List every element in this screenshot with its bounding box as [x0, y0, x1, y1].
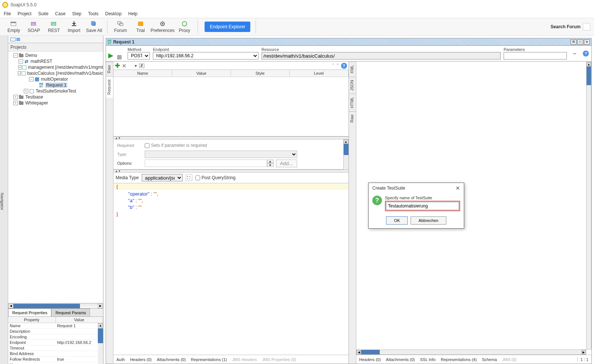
- request-body-editor[interactable]: { "operator" : "", "a" : "", "b" : "" }: [113, 183, 349, 355]
- window-titlebar[interactable]: REST Request 1 ⧉ □ ✕: [106, 38, 591, 46]
- tab-schema[interactable]: Schema: [482, 357, 497, 362]
- property-row[interactable]: Follow Redirectstrue: [8, 357, 103, 362]
- type-select[interactable]: [145, 151, 297, 158]
- down-icon[interactable]: ˄: [337, 63, 339, 68]
- navigator-tab[interactable]: Navigator: [0, 36, 8, 364]
- scroll-thumb[interactable]: [13, 304, 80, 308]
- resp-h-scrollbar[interactable]: ◀▶: [356, 349, 587, 355]
- post-querystring-checkbox[interactable]: [195, 175, 200, 180]
- tab-representations[interactable]: Representations (1): [191, 357, 227, 362]
- menu-suite[interactable]: Suite: [38, 11, 48, 16]
- menu-tools[interactable]: Tools: [88, 11, 99, 16]
- cancel-button[interactable]: Abbrechen: [411, 216, 446, 225]
- tab-ssl[interactable]: SSL Info: [420, 357, 436, 362]
- tool-preferences[interactable]: Preferences: [151, 19, 174, 34]
- help-icon[interactable]: ?: [341, 63, 347, 69]
- close-icon[interactable]: ✕: [456, 185, 460, 191]
- up-icon[interactable]: ˅: [332, 63, 334, 68]
- menu-project[interactable]: Project: [17, 11, 31, 16]
- prop-value[interactable]: [56, 334, 103, 339]
- expander-icon[interactable]: −: [18, 71, 21, 75]
- remove-param-icon[interactable]: ✕: [122, 63, 126, 69]
- scroll-right-icon[interactable]: ▶: [98, 304, 103, 308]
- expander-icon[interactable]: +: [18, 65, 22, 70]
- vtab-xml[interactable]: XML: [349, 62, 356, 77]
- property-row[interactable]: Description: [8, 329, 103, 334]
- endpoint-select[interactable]: http://192.168.56.2: [153, 52, 259, 59]
- required-checkbox[interactable]: [145, 143, 150, 148]
- help-button[interactable]: ?: [582, 50, 589, 57]
- property-row[interactable]: Bind Address: [8, 351, 103, 357]
- endpoint-explorer-button[interactable]: Endpoint Explorer: [205, 22, 250, 32]
- vtab-raw[interactable]: Raw: [349, 111, 356, 126]
- tree-node-whitepaper[interactable]: +Whitepaper: [8, 100, 103, 106]
- tree-node-mathrest[interactable]: −⇄mathREST: [8, 58, 103, 64]
- tool-proxy[interactable]: Proxy: [174, 19, 195, 34]
- prop-value[interactable]: true: [56, 357, 103, 362]
- expand-icon[interactable]: ↔: [571, 50, 578, 57]
- expander-icon[interactable]: −: [29, 77, 33, 81]
- vtab-json[interactable]: JSON: [349, 77, 356, 94]
- tree-node-multiop[interactable]: −multiOperator: [8, 76, 103, 82]
- tree-node-testbase[interactable]: +Testbase: [8, 94, 103, 100]
- prop-value[interactable]: http://192.168.56.2: [56, 340, 103, 345]
- collapse-bar[interactable]: ▲▼: [113, 170, 349, 173]
- menu-file[interactable]: File: [4, 11, 11, 16]
- tool-soap[interactable]: SOSOAP: [24, 19, 44, 34]
- tool-empty[interactable]: Empty: [4, 19, 24, 34]
- vtab-raw[interactable]: Raw: [106, 62, 113, 76]
- tab-request-properties[interactable]: Request Properties: [8, 309, 51, 316]
- add-param-icon[interactable]: ✚: [115, 62, 120, 69]
- add-option-button[interactable]: Add...: [276, 160, 297, 167]
- tree-h-scrollbar[interactable]: ◀ ▶: [8, 303, 103, 308]
- tree-node-testsuite-smoke[interactable]: +TestSuiteSmokeTest: [8, 88, 103, 94]
- config-icon[interactable]: ▾: [135, 63, 137, 68]
- expander-icon[interactable]: −: [19, 59, 23, 64]
- expander-icon[interactable]: +: [13, 95, 18, 99]
- ok-button[interactable]: OK: [386, 216, 408, 225]
- menu-case[interactable]: Case: [55, 11, 65, 16]
- options-input[interactable]: [145, 160, 267, 167]
- scroll-thumb[interactable]: [98, 328, 103, 343]
- vtab-request[interactable]: Request: [106, 76, 113, 98]
- close-icon[interactable]: ✕: [584, 39, 590, 45]
- expander-icon[interactable]: +: [13, 101, 18, 105]
- tab-request-params[interactable]: Request Params: [51, 309, 90, 316]
- menu-step[interactable]: Step: [72, 11, 81, 16]
- tab-representations[interactable]: Representations (4): [441, 357, 477, 362]
- tool-import[interactable]: Import: [64, 19, 84, 34]
- play-icon[interactable]: ▶: [108, 51, 113, 59]
- expander-icon[interactable]: +: [24, 89, 28, 93]
- tool-rest[interactable]: REREST: [44, 19, 64, 34]
- property-row[interactable]: Endpointhttp://192.168.56.2: [8, 340, 103, 345]
- tree-node-basic[interactable]: −basicCalculus [/rest/dev/math/v1/basic: [8, 70, 103, 76]
- tool-saveall[interactable]: Save All: [84, 19, 104, 34]
- prop-value[interactable]: [56, 362, 103, 364]
- details-v-scrollbar[interactable]: ▲: [343, 139, 349, 170]
- prop-value[interactable]: [56, 351, 103, 356]
- tree-node-mgmt[interactable]: +management [/rest/dev/math/v1/mgmt: [8, 64, 103, 70]
- tab-auth[interactable]: Auth: [116, 357, 125, 362]
- tree-node-request1[interactable]: RESTRequest 1: [8, 82, 103, 88]
- media-type-select[interactable]: application/json: [142, 174, 183, 181]
- tree-node-demo[interactable]: −Demo: [8, 52, 103, 58]
- tab-headers[interactable]: Headers (0): [130, 357, 152, 362]
- prop-value[interactable]: [56, 345, 103, 351]
- menu-desktop[interactable]: Desktop: [105, 11, 122, 16]
- dialog-titlebar[interactable]: Create TestSuite ✕: [369, 183, 464, 193]
- project-view-toggle[interactable]: [8, 36, 103, 43]
- tab-attachments[interactable]: Attachments (0): [386, 357, 415, 362]
- tab-attachments[interactable]: Attachments (0): [157, 357, 186, 362]
- tool-forum[interactable]: Forum: [110, 19, 131, 34]
- sort-icon[interactable]: ⇵: [139, 64, 144, 68]
- resource-input[interactable]: [261, 52, 501, 59]
- media-config-icon[interactable]: ⛶: [186, 174, 192, 181]
- expander-icon[interactable]: −: [13, 53, 18, 58]
- property-row[interactable]: Username: [8, 362, 103, 364]
- stepper-up-icon[interactable]: ▴: [267, 160, 274, 163]
- search-forum-input[interactable]: [583, 23, 590, 30]
- tool-trial[interactable]: Trial: [131, 19, 151, 34]
- property-row[interactable]: Timeout: [8, 345, 103, 351]
- stepper-down-icon[interactable]: ▾: [267, 163, 274, 167]
- prop-value[interactable]: Request 1: [56, 323, 103, 328]
